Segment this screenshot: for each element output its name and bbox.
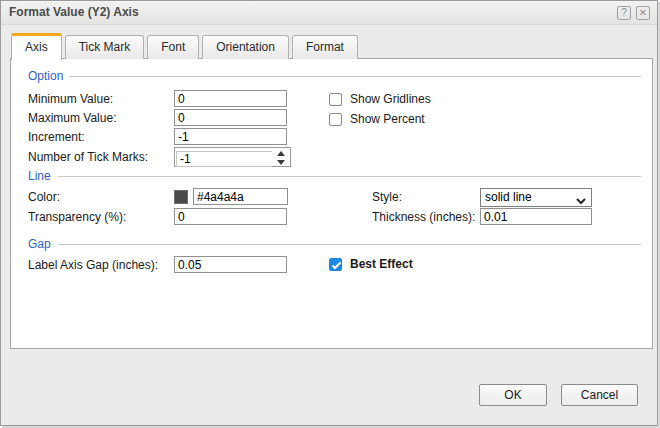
gap-section-title: Gap <box>28 237 51 251</box>
style-label: Style: <box>372 189 402 206</box>
stepper-down-icon[interactable] <box>277 160 285 165</box>
increment-label: Increment: <box>28 129 85 146</box>
color-swatch[interactable] <box>174 190 188 204</box>
checkbox-box[interactable] <box>329 113 342 126</box>
maximum-value-input[interactable] <box>174 109 287 126</box>
show-gridlines-label: Show Gridlines <box>350 92 431 106</box>
show-percent-checkbox[interactable]: Show Percent <box>329 112 425 126</box>
number-of-tick-marks-label: Number of Tick Marks: <box>28 149 148 166</box>
axis-tab-panel: Option Minimum Value: Maximum Value: Inc… <box>10 58 653 349</box>
thickness-label: Thickness (inches): <box>372 209 475 226</box>
option-section-title: Option <box>28 69 63 83</box>
cancel-button[interactable]: Cancel <box>561 384 638 406</box>
line-section-title: Line <box>28 169 51 183</box>
increment-input[interactable] <box>174 128 287 145</box>
titlebar: Format Value (Y2) Axis ? ✕ <box>1 1 657 25</box>
minimum-value-input[interactable] <box>174 90 287 107</box>
section-divider <box>58 176 641 177</box>
checkbox-box-checked[interactable] <box>329 258 342 271</box>
tab-axis[interactable]: Axis <box>11 33 62 60</box>
style-select-value: solid line <box>485 190 532 204</box>
close-icon[interactable]: ✕ <box>636 6 650 20</box>
help-icon[interactable]: ? <box>617 6 631 20</box>
best-effect-label: Best Effect <box>350 257 413 271</box>
gap-section-header: Gap <box>28 237 641 251</box>
stepper-up-icon[interactable] <box>277 151 285 156</box>
transparency-label: Transparency (%): <box>28 209 126 226</box>
label-axis-gap-input[interactable] <box>174 256 287 273</box>
tab-font[interactable]: Font <box>147 35 199 59</box>
maximum-value-label: Maximum Value: <box>28 110 116 127</box>
tab-bar: Axis Tick Mark Font Orientation Format <box>11 32 361 59</box>
label-axis-gap-label: Label Axis Gap (inches): <box>28 257 158 274</box>
dialog-title: Format Value (Y2) Axis <box>9 5 139 19</box>
transparency-input[interactable] <box>174 208 287 225</box>
section-divider <box>70 76 641 77</box>
show-gridlines-checkbox[interactable]: Show Gridlines <box>329 92 431 106</box>
number-of-tick-marks-input[interactable] <box>176 151 272 167</box>
format-axis-dialog: Format Value (Y2) Axis ? ✕ Axis Tick Mar… <box>0 0 658 426</box>
best-effect-checkbox[interactable]: Best Effect <box>329 257 413 271</box>
color-input[interactable] <box>193 188 288 205</box>
color-label: Color: <box>28 189 60 206</box>
minimum-value-label: Minimum Value: <box>28 91 113 108</box>
tab-orientation[interactable]: Orientation <box>202 35 289 59</box>
ok-button[interactable]: OK <box>479 384 547 406</box>
line-section-header: Line <box>28 169 641 183</box>
checkbox-box[interactable] <box>329 93 342 106</box>
option-section-header: Option <box>28 69 641 83</box>
titlebar-buttons: ? ✕ <box>617 6 650 20</box>
style-select[interactable]: solid line <box>480 188 592 207</box>
tab-format[interactable]: Format <box>292 35 358 59</box>
show-percent-label: Show Percent <box>350 112 425 126</box>
section-divider <box>58 244 641 245</box>
thickness-input[interactable] <box>480 208 592 225</box>
number-of-tick-marks-stepper <box>174 147 291 167</box>
stepper-arrows <box>277 151 287 165</box>
tab-tick-mark[interactable]: Tick Mark <box>65 35 145 59</box>
